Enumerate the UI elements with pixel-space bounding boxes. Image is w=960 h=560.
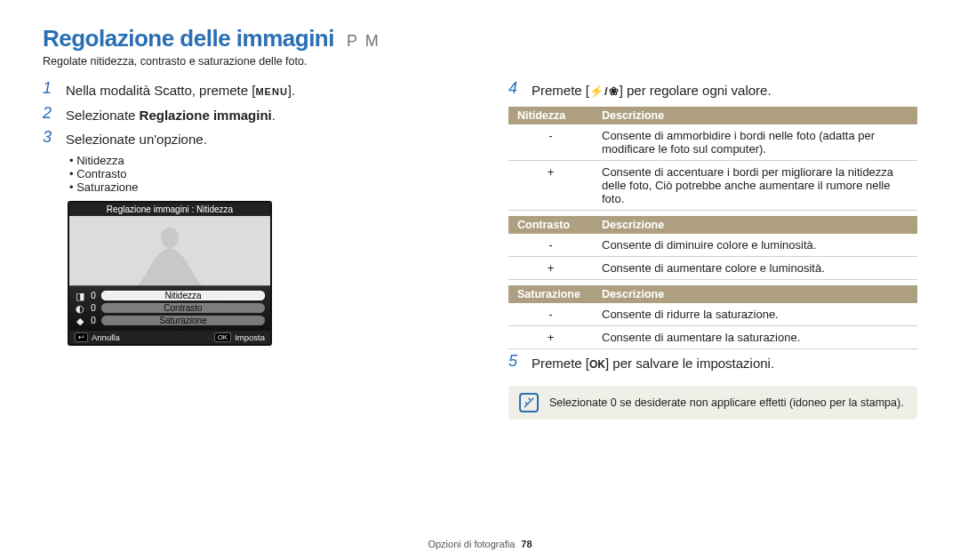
step-3-text: Selezionate un'opzione.	[66, 129, 207, 150]
camera-heading: Reglazione immagini : Nitidezza	[69, 203, 270, 216]
step-number-5: 5	[508, 353, 523, 371]
ok-key-icon: OK	[214, 332, 232, 342]
bullet-contrasto: Contrasto	[69, 167, 469, 180]
table-sign: +	[508, 256, 593, 279]
camera-row-nitidezza: ◨ 0 Nitidezza	[75, 291, 265, 301]
saturation-icon: ◆	[75, 316, 85, 326]
info-table: NitidezzaDescrizione-Consente di ammorbi…	[508, 107, 917, 211]
camera-row-contrasto: ◐ 0 Contrasto	[75, 303, 265, 314]
table-sign: -	[508, 234, 593, 257]
table-row: -Consente di ridurre la saturazione.	[508, 303, 917, 326]
table-desc: Consente di aumentare la saturazione.	[593, 325, 917, 348]
table-sign: +	[508, 325, 593, 348]
menu-icon: MENU	[255, 84, 287, 100]
step-number-1: 1	[43, 80, 57, 98]
page-footer: Opzioni di fotografia 78	[0, 539, 960, 549]
camera-screen-mock: Reglazione immagini : Nitidezza ◨ 0 Niti…	[68, 201, 272, 346]
page-title: Regolazione delle immagini	[43, 25, 334, 52]
step-number-2: 2	[43, 105, 57, 123]
tip-box: Selezionate 0 se desiderate non applicar…	[508, 386, 917, 420]
bullet-saturazione: Saturazione	[69, 180, 469, 194]
ok-icon: OK	[589, 356, 605, 372]
saturation-label: Saturazione	[101, 316, 265, 325]
table-header: Descrizione	[593, 216, 917, 234]
intro-text: Regolate nitidezza, contrasto e saturazi…	[43, 55, 917, 68]
saturation-value: 0	[89, 316, 98, 325]
bullet-nitidezza: Nitidezza	[69, 154, 469, 167]
page-number: 78	[521, 539, 532, 549]
sharpness-label: Nitidezza	[101, 291, 265, 300]
table-row: +Consente di aumentare colore e luminosi…	[508, 256, 917, 279]
table-row: -Consente di diminuire colore e luminosi…	[508, 234, 917, 257]
table-sign: -	[508, 303, 593, 326]
table-desc: Consente di accentuare i bordi per migli…	[593, 160, 917, 210]
step-2-text: Selezionate Reglazione immagini.	[66, 105, 276, 126]
table-header: Contrasto	[508, 216, 593, 234]
table-desc: Consente di ammorbidire i bordi nelle fo…	[593, 124, 917, 161]
tip-text: Selezionate 0 se desiderate non applicar…	[549, 396, 904, 409]
flash-macro-icon: ⚡/❀	[589, 84, 620, 98]
camera-row-saturazione: ◆ 0 Saturazione	[75, 316, 265, 326]
table-desc: Consente di diminuire colore e luminosit…	[593, 234, 917, 257]
table-row: -Consente di ammorbidire i bordi nelle f…	[508, 124, 917, 161]
step-1-text: Nella modalità Scatto, premete [MENU].	[66, 80, 295, 101]
info-table: ContrastoDescrizione-Consente di diminui…	[508, 216, 917, 280]
silhouette-icon	[125, 223, 214, 285]
back-key-icon: ↩	[75, 332, 88, 342]
step-4-text: Premete [⚡/❀] per regolare ogni valore.	[532, 80, 772, 101]
table-sign: +	[508, 160, 593, 210]
step-number-3: 3	[43, 129, 57, 147]
step-5-text: Premete [OK] per salvare le impostazioni…	[532, 353, 774, 374]
table-desc: Consente di ridurre la saturazione.	[593, 303, 917, 326]
camera-set: OK Imposta	[214, 332, 265, 342]
table-header: Descrizione	[593, 107, 917, 124]
contrast-value: 0	[89, 303, 98, 313]
sharpness-icon: ◨	[75, 291, 85, 301]
camera-cancel: ↩ Annulla	[75, 332, 120, 342]
contrast-label: Contrasto	[101, 303, 265, 313]
table-header: Saturazione	[508, 285, 593, 303]
table-row: +Consente di aumentare la saturazione.	[508, 325, 917, 348]
table-desc: Consente di aumentare colore e luminosit…	[593, 256, 917, 279]
sharpness-value: 0	[89, 291, 98, 300]
table-sign: -	[508, 124, 593, 161]
table-header: Descrizione	[593, 285, 917, 303]
contrast-icon: ◐	[75, 303, 85, 314]
table-row: +Consente di accentuare i bordi per migl…	[508, 160, 917, 210]
mode-badges: P M	[347, 32, 380, 51]
note-icon	[519, 393, 539, 412]
info-table: SaturazioneDescrizione-Consente di ridur…	[508, 285, 917, 349]
step-number-4: 4	[508, 80, 523, 98]
table-header: Nitidezza	[508, 107, 593, 124]
